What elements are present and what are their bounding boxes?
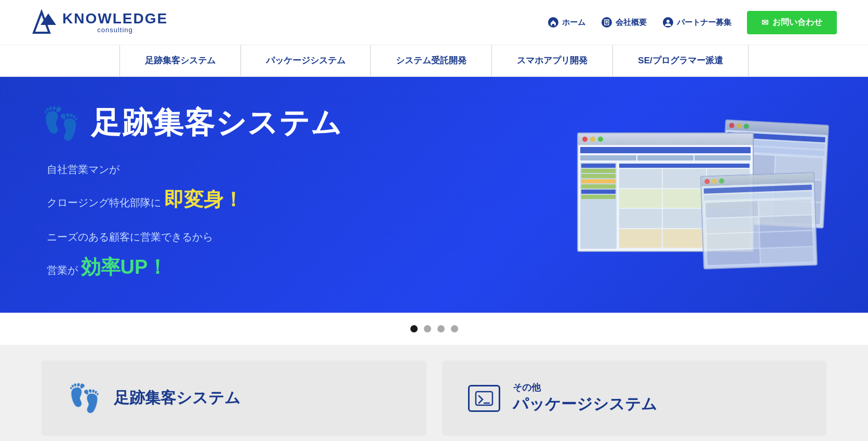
nav-home[interactable]: ホーム (547, 17, 585, 28)
card-footprint-title: 足跡集客システム (114, 387, 241, 409)
hero-subtitle-efficiency: 営業が 効率UP！ (47, 247, 556, 287)
building-icon (601, 17, 612, 28)
main-navigation: 足跡集客システム パッケージシステム システム受託開発 スマホアプリ開発 SE/… (0, 45, 868, 77)
site-header: KNOWLEDGE consulting ホーム (0, 0, 868, 45)
nav-partner[interactable]: パートナー募集 (662, 17, 731, 28)
nav-partner-label: パートナー募集 (677, 18, 731, 28)
navbar-item-app[interactable]: スマホアプリ開発 (491, 45, 612, 76)
terminal-icon (468, 385, 500, 412)
screenshot-container (556, 122, 826, 268)
slider-dots (0, 313, 868, 345)
footprint-card-icon: 👣 (68, 382, 101, 414)
hero-content: 👣 足跡集客システム 自社営業マンが クロージング特化部隊に 即変身！ ニーズの… (42, 103, 556, 287)
hero-main-title: 足跡集客システム (91, 103, 342, 143)
header-navigation: ホーム 会社概要 (547, 11, 837, 34)
hero-subtitle-line1: 自社営業マンが (47, 159, 556, 180)
logo[interactable]: KNOWLEDGE consulting (31, 9, 168, 35)
slider-dot-4[interactable] (451, 325, 458, 332)
card-footprint[interactable]: 👣 足跡集客システム (42, 360, 426, 436)
card-package-title: その他 パッケージシステム (513, 381, 657, 415)
contact-button[interactable]: ✉ お問い合わせ (747, 11, 837, 34)
nav-about[interactable]: 会社概要 (601, 17, 647, 28)
person-icon (662, 17, 674, 28)
logo-consulting: consulting (62, 26, 168, 34)
hero-subtitle: 自社営業マンが クロージング特化部隊に 即変身！ ニーズのある顧客に営業できるか… (47, 159, 556, 287)
logo-icon (31, 9, 57, 35)
footprint-icon-large: 👣 (42, 105, 81, 142)
navbar-item-footprint[interactable]: 足跡集客システム (119, 45, 241, 76)
navbar-item-se[interactable]: SE/プログラマー派遣 (612, 45, 748, 76)
hero-screenshot-area (556, 122, 826, 268)
navbar-item-package[interactable]: パッケージシステム (241, 45, 370, 76)
svg-rect-5 (606, 21, 607, 22)
envelope-icon: ✉ (762, 18, 768, 28)
logo-text: KNOWLEDGE consulting (62, 11, 168, 34)
nav-home-label: ホーム (562, 18, 585, 28)
slider-dot-1[interactable] (410, 325, 418, 332)
hero-highlight1: 即変身！ (164, 189, 243, 210)
screenshot-side2 (700, 172, 818, 270)
slider-dot-2[interactable] (424, 325, 431, 332)
hero-subtitle-line3: ニーズのある顧客に営業できるから (47, 226, 556, 247)
slider-dot-3[interactable] (437, 325, 445, 332)
card-package[interactable]: その他 パッケージシステム (442, 360, 827, 436)
home-icon (547, 17, 559, 28)
svg-rect-6 (607, 21, 608, 22)
navbar-item-contract[interactable]: システム受託開発 (370, 45, 491, 76)
contact-label: お問い合わせ (772, 17, 822, 28)
hero-subtitle-line2: クロージング特化部隊に 即変身！ (47, 180, 556, 219)
nav-about-label: 会社概要 (616, 18, 647, 28)
svg-rect-8 (607, 22, 608, 23)
svg-point-10 (666, 20, 670, 23)
hero-banner: 👣 足跡集客システム 自社営業マンが クロージング特化部隊に 即変身！ ニーズの… (0, 77, 868, 313)
hero-highlight2: 効率UP！ (81, 256, 168, 278)
bottom-cards-section: 👣 足跡集客システム その他 パッケージシステム (0, 345, 868, 441)
logo-knowledge: KNOWLEDGE (62, 11, 168, 26)
hero-title-row: 👣 足跡集客システム (42, 103, 556, 143)
svg-rect-7 (606, 22, 607, 23)
